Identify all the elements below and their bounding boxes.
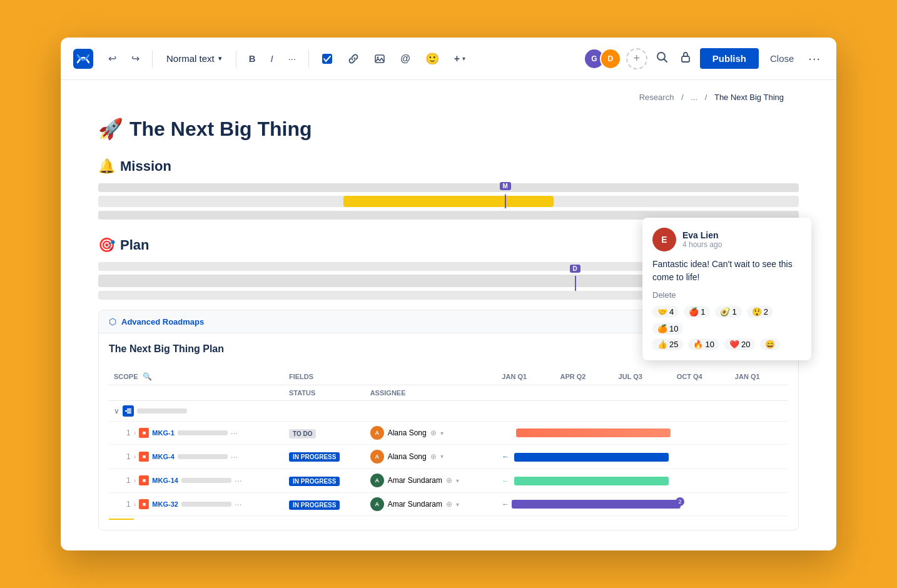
svg-rect-0 <box>73 49 93 69</box>
reaction-chip-1[interactable]: 🤝4 <box>652 306 679 318</box>
breadcrumb-ellipsis[interactable]: ... <box>691 93 697 102</box>
redo-button[interactable]: ↪ <box>126 49 144 68</box>
link-button[interactable] <box>343 49 364 68</box>
reaction-chip-7[interactable]: 🔥10 <box>688 338 719 350</box>
mkg4-assign-button[interactable]: ⊕ <box>430 452 437 461</box>
plus-icon: + <box>454 53 460 64</box>
reaction-chip-3[interactable]: 🥑1 <box>715 306 741 318</box>
mkg14-arrow: ← <box>502 477 509 485</box>
mkg32-key[interactable]: MKG-32 <box>152 500 178 508</box>
col-jan-q1-next: Jan Q1 <box>730 368 788 385</box>
checkbox-icon <box>322 53 333 64</box>
breadcrumb-sep2: / <box>705 93 707 102</box>
mkg4-assignee-cell: A Alana Song ⊕ ▾ <box>365 445 497 469</box>
mkg32-more-button[interactable]: ··· <box>235 499 242 509</box>
col-jul-q3: Jul Q3 <box>614 368 672 385</box>
plan-label[interactable]: Plan <box>120 237 149 253</box>
scope-search-button[interactable]: 🔍 <box>143 372 152 381</box>
table-row: 1 › ■ MKG-32 ··· IN PROGRESS <box>109 493 788 516</box>
mkg14-more-button[interactable]: ··· <box>235 475 242 485</box>
reaction-chip-2[interactable]: 🍎1 <box>684 306 710 318</box>
mkg32-assign-button[interactable]: ⊕ <box>446 500 452 509</box>
mission-yellow-bar <box>343 196 554 207</box>
search-button[interactable] <box>652 48 671 69</box>
comment-author: Eva Lien <box>682 230 722 240</box>
reaction-chip-9[interactable]: 😄 <box>760 338 780 350</box>
mkg1-status-badge: TO DO <box>289 429 316 438</box>
reaction-chip-4[interactable]: 😲2 <box>747 306 773 318</box>
expand-arrow[interactable]: › <box>134 477 136 484</box>
roadmap-plugin-icon: ⬡ <box>109 317 116 327</box>
mkg32-assignee: A Amar Sundaram ⊕ ▾ <box>370 497 492 511</box>
mkg32-assign-arrow[interactable]: ▾ <box>456 501 459 508</box>
expand-arrow[interactable]: ∨ <box>114 407 119 415</box>
expand-arrow[interactable]: › <box>134 453 136 460</box>
text-style-dropdown[interactable]: Normal text ▾ <box>160 49 228 68</box>
emoji-button[interactable]: 🙂 <box>420 48 444 69</box>
collaborator-d-avatar[interactable]: D <box>600 48 621 69</box>
redo-icon: ↪ <box>131 53 139 64</box>
plan-emoji: 🎯 <box>98 237 115 253</box>
confluence-logo[interactable] <box>73 49 93 69</box>
publish-button[interactable]: Publish <box>700 48 759 69</box>
mkg4-key[interactable]: MKG-4 <box>152 453 174 460</box>
italic-button[interactable]: I <box>266 49 278 68</box>
svg-line-5 <box>664 59 667 63</box>
breadcrumb-research[interactable]: Research <box>639 93 674 102</box>
expand-arrow[interactable]: › <box>134 500 136 508</box>
mention-button[interactable]: @ <box>395 49 415 68</box>
mkg1-key[interactable]: MKG-1 <box>152 429 174 437</box>
lock-button[interactable] <box>676 48 695 69</box>
mission-label[interactable]: Mission <box>120 158 171 175</box>
expand-arrow[interactable]: › <box>134 429 136 437</box>
mkg1-icon: ■ <box>139 428 149 438</box>
title-text[interactable]: The Next Big Thing <box>129 118 312 141</box>
mkg1-assignee: A Alana Song ⊕ ▾ <box>370 426 492 440</box>
reaction-chip-6[interactable]: 👍25 <box>652 338 683 350</box>
title-emoji: 🚀 <box>98 117 123 141</box>
mkg1-assign-arrow[interactable]: ▾ <box>440 430 443 437</box>
comment-header: E Eva Lien 4 hours ago <box>652 228 801 251</box>
mkg4-assign-arrow[interactable]: ▾ <box>440 453 443 460</box>
more-formatting-button[interactable]: ··· <box>283 49 302 68</box>
alana-name-2: Alana Song <box>388 452 427 461</box>
mkg14-key[interactable]: MKG-14 <box>152 477 178 484</box>
comment-delete-button[interactable]: Delete <box>652 290 801 300</box>
comment-popup: E Eva Lien 4 hours ago Fantastic idea! C… <box>642 218 811 360</box>
more-options-button[interactable]: ··· <box>805 48 824 69</box>
close-button[interactable]: Close <box>764 49 800 68</box>
reactions-row-1: 🤝4 🍎1 🥑1 😲2 🍊10 <box>652 306 801 335</box>
mkg4-timeline-cell: ← <box>497 445 788 469</box>
reaction-chip-8[interactable]: ❤️20 <box>724 338 755 350</box>
mkg1-assign-button[interactable]: ⊕ <box>430 428 437 437</box>
breadcrumb-current[interactable]: The Next Big Thing <box>714 93 784 102</box>
mkg1-timeline-cell <box>497 422 788 445</box>
reaction-count-4: 2 <box>764 307 768 317</box>
reaction-count-2: 1 <box>701 307 705 317</box>
reaction-chip-5[interactable]: 🍊10 <box>652 323 683 335</box>
more-options-icon: ··· <box>808 51 821 65</box>
add-collaborator-button[interactable]: + <box>626 48 647 69</box>
undo-button[interactable]: ↩ <box>103 49 121 68</box>
reaction-emoji-1: 🤝 <box>657 307 667 317</box>
image-button[interactable] <box>369 49 390 68</box>
parent-title-placeholder <box>137 408 187 413</box>
mission-emoji: 🔔 <box>98 158 115 175</box>
text-style-label: Normal text <box>166 53 215 64</box>
bold-button[interactable]: B <box>244 49 261 68</box>
mission-title: 🔔 Mission <box>98 158 799 175</box>
mkg32-bar <box>512 500 681 509</box>
page-title: 🚀 The Next Big Thing <box>98 117 799 141</box>
mkg14-assign-button[interactable]: ⊕ <box>446 476 452 485</box>
mkg4-more-button[interactable]: ··· <box>231 452 238 462</box>
insert-button[interactable]: + ▾ <box>449 49 470 68</box>
mkg1-more-button[interactable]: ··· <box>231 428 238 438</box>
mission-cursor: M <box>505 195 506 208</box>
mkg32-status-badge: IN PROGRESS <box>289 500 340 510</box>
mkg14-assign-arrow[interactable]: ▾ <box>456 477 459 484</box>
publish-label: Publish <box>712 53 746 64</box>
mkg32-badge: 2 <box>676 497 684 506</box>
mkg32-item-cell: 1 › ■ MKG-32 ··· <box>114 499 279 509</box>
col-status: Status <box>284 385 365 401</box>
task-button[interactable] <box>317 49 338 68</box>
